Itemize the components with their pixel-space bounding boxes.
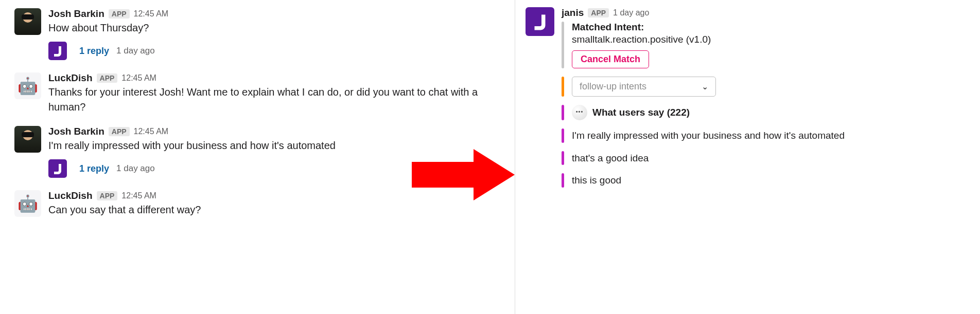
user-say-text: that's a good idea (572, 153, 649, 163)
attachment-bar (562, 173, 564, 188)
reply-count-link[interactable]: 1 reply (79, 46, 109, 57)
app-badge: APP (97, 73, 118, 83)
matched-intent-value: smalltalk.reaction.positive (v1.0) (572, 34, 980, 45)
message-author[interactable]: LuckDish (48, 72, 93, 84)
message-time: 12:45 AM (134, 9, 169, 19)
matched-intent-title: Matched Intent: (572, 22, 980, 33)
reply-row[interactable]: 1 reply 1 day ago (14, 154, 515, 187)
attachment-bar (562, 22, 564, 68)
avatar-janis[interactable] (526, 7, 554, 36)
select-placeholder: follow-up intents (580, 81, 646, 92)
reply-count-link[interactable]: 1 reply (79, 163, 109, 174)
janis-icon (48, 159, 67, 178)
avatar-josh[interactable] (14, 8, 41, 35)
reply-time: 1 day ago (116, 46, 155, 56)
user-say-text: I'm really impressed with your business … (572, 130, 845, 141)
attachment-bar (562, 77, 564, 97)
user-say-item: that's a good idea (562, 151, 980, 165)
message-time: 12:45 AM (121, 191, 156, 200)
message-author[interactable]: LuckDish (48, 190, 93, 201)
attachment-bar (562, 151, 564, 165)
what-users-say-block: ••• What users say (222) (562, 105, 980, 120)
message: Josh Barkin APP 12:45 AM How about Thurs… (14, 5, 515, 36)
attachment-bar (562, 105, 564, 120)
app-badge: APP (109, 9, 130, 19)
message: 🤖 LuckDish APP 12:45 AM Thanks for your … (14, 69, 515, 116)
thread-time: 1 day ago (613, 8, 649, 17)
app-badge: APP (588, 8, 609, 17)
chevron-down-icon: ⌄ (702, 82, 708, 91)
thread-author[interactable]: janis (562, 7, 584, 19)
user-say-item: I'm really impressed with your business … (562, 128, 980, 143)
avatar-luckdish[interactable]: 🤖 (14, 72, 41, 99)
message-text: How about Thursday? (48, 21, 515, 35)
message-author[interactable]: Josh Barkin (48, 8, 104, 20)
message: 🤖 LuckDish APP 12:45 AM Can you say that… (14, 187, 515, 218)
message-text: Thanks for your interest Josh! Want me t… (48, 85, 515, 115)
avatar-josh[interactable] (14, 126, 41, 153)
speech-bubble-icon: ••• (572, 105, 587, 120)
thread-panel: janis APP 1 day ago Matched Intent: smal… (515, 0, 980, 314)
message: Josh Barkin APP 12:45 AM I'm really impr… (14, 123, 515, 154)
user-say-text: this is good (572, 175, 621, 186)
message-time: 12:45 AM (134, 127, 169, 136)
main-message-column: Josh Barkin APP 12:45 AM How about Thurs… (0, 0, 515, 314)
message-time: 12:45 AM (121, 73, 156, 83)
message-text: Can you say that a different way? (48, 202, 515, 217)
reply-time: 1 day ago (116, 163, 155, 174)
message-author[interactable]: Josh Barkin (48, 126, 104, 137)
janis-icon (48, 42, 67, 60)
user-say-item: this is good (562, 173, 980, 188)
message-text: I'm really impressed with your business … (48, 138, 515, 153)
avatar-luckdish[interactable]: 🤖 (14, 190, 41, 217)
app-badge: APP (109, 127, 130, 136)
cancel-match-button[interactable]: Cancel Match (572, 50, 649, 68)
followup-intents-select[interactable]: follow-up intents ⌄ (572, 77, 716, 97)
matched-intent-block: Matched Intent: smalltalk.reaction.posit… (562, 22, 980, 68)
followup-intents-block: follow-up intents ⌄ (562, 77, 980, 97)
attachment-bar (562, 128, 564, 143)
app-badge: APP (97, 191, 118, 200)
what-users-say-title: What users say (222) (592, 107, 690, 118)
reply-row[interactable]: 1 reply 1 day ago (14, 36, 515, 69)
